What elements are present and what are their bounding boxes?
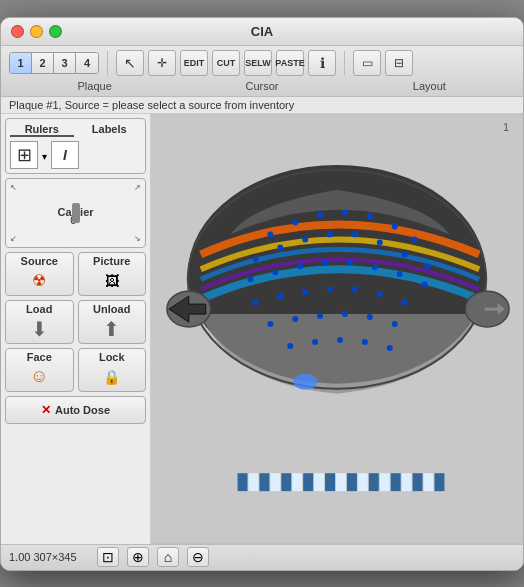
unload-button[interactable]: Unload ⬆ [78,300,147,344]
svg-point-12 [252,256,258,262]
svg-rect-66 [424,473,434,491]
lock-icon [100,365,124,389]
svg-point-14 [302,236,308,242]
status-text: Plaque #1, Source = please select a sour… [9,99,294,111]
layout1-tool[interactable] [353,50,381,76]
info-tool[interactable] [308,50,336,76]
auto-dose-label: Auto Dose [55,404,110,416]
svg-point-10 [392,223,398,229]
main-content: Rulers Labels [1,114,523,544]
source-button[interactable]: Source [5,252,74,296]
svg-rect-53 [281,473,291,491]
label-I-symbol [63,147,67,163]
toolbar-row2: Plaque Cursor Layout [9,80,515,92]
picture-button[interactable]: Picture [78,252,147,296]
plaque-section-label: Plaque [11,80,178,92]
info-icon [320,55,325,71]
svg-rect-54 [292,473,302,491]
minimize-button[interactable] [30,25,43,38]
corner-br-arrow: ↘ [134,234,141,243]
ruler-grid-icon[interactable] [10,141,38,169]
svg-point-41 [287,342,293,348]
carrier-pin [72,203,80,223]
svg-point-37 [317,313,323,319]
close-button[interactable] [11,25,24,38]
svg-point-23 [322,259,328,265]
zoom-in-button[interactable] [127,547,149,567]
auto-dose-x-icon [41,403,51,417]
svg-point-19 [425,263,431,269]
lock-label: Lock [99,351,125,363]
labels-tab[interactable]: Labels [78,123,142,137]
svg-rect-59 [347,473,357,491]
svg-rect-51 [259,473,269,491]
auto-dose-button[interactable]: Auto Dose [5,396,146,424]
rulers-content [10,141,141,169]
svg-point-22 [297,263,303,269]
svg-point-6 [292,219,298,225]
face-label: Face [27,351,52,363]
svg-point-29 [277,293,283,299]
cut-tool[interactable]: CUT [212,50,240,76]
face-button[interactable]: Face [5,348,74,392]
svg-rect-67 [434,473,444,491]
svg-point-32 [352,286,358,292]
window-title: CIA [251,24,273,39]
cursor-tool[interactable] [116,50,144,76]
svg-point-11 [412,236,418,242]
rulers-tab[interactable]: Rulers [10,123,74,137]
carrier-widget: ↖ ↗ ↙ ↘ Carrier 0° [5,178,146,248]
source-icon [27,269,51,293]
corner-tr-arrow: ↗ [134,183,141,192]
unload-label: Unload [93,303,130,315]
svg-point-36 [292,316,298,322]
svg-text:1: 1 [503,121,509,133]
svg-point-27 [422,281,428,287]
window-controls [11,25,62,38]
load-button[interactable]: Load ⬇ [5,300,74,344]
lock-button[interactable]: Lock [78,348,147,392]
scale-display: 1.00 307×345 [9,551,89,563]
canvas-area[interactable]: 1 [151,114,523,544]
svg-rect-64 [402,473,412,491]
svg-rect-52 [270,473,280,491]
svg-point-39 [367,314,373,320]
svg-point-35 [267,321,273,327]
move-tool[interactable] [148,50,176,76]
lens-visualization: 1 [151,114,523,544]
zoom-custom-button[interactable] [187,547,209,567]
tab-2[interactable]: 2 [32,53,54,73]
paste-icon: PASTE [275,58,304,68]
svg-rect-62 [380,473,390,491]
layout2-tool[interactable] [385,50,413,76]
load-label: Load [26,303,52,315]
label-I-icon[interactable] [51,141,79,169]
svg-point-24 [347,259,353,265]
unload-icon: ⬆ [100,317,124,341]
edit-tool[interactable]: EDIT [180,50,208,76]
svg-point-7 [317,211,323,217]
tab-3[interactable]: 3 [54,53,76,73]
layout1-icon [362,56,373,70]
ruler-grid-symbol [17,144,32,166]
select-tool[interactable]: SELW [244,50,272,76]
svg-point-30 [302,289,308,295]
status-bar-top: Plaque #1, Source = please select a sour… [1,97,523,114]
svg-point-5 [267,231,273,237]
svg-point-13 [277,244,283,250]
paste-tool[interactable]: PASTE [276,50,304,76]
zoom-fit-button[interactable] [97,547,119,567]
tab-4[interactable]: 4 [76,53,98,73]
svg-point-18 [402,251,408,257]
face-icon [27,365,51,389]
cursor-section-label: Cursor [178,80,345,92]
source-picture-pair: Source Picture [5,252,146,296]
home-button[interactable] [157,547,179,567]
svg-point-43 [337,336,343,342]
svg-rect-65 [413,473,423,491]
svg-rect-58 [336,473,346,491]
cursor-icon [124,55,136,71]
svg-point-33 [377,291,383,297]
maximize-button[interactable] [49,25,62,38]
tab-1[interactable]: 1 [10,53,32,73]
